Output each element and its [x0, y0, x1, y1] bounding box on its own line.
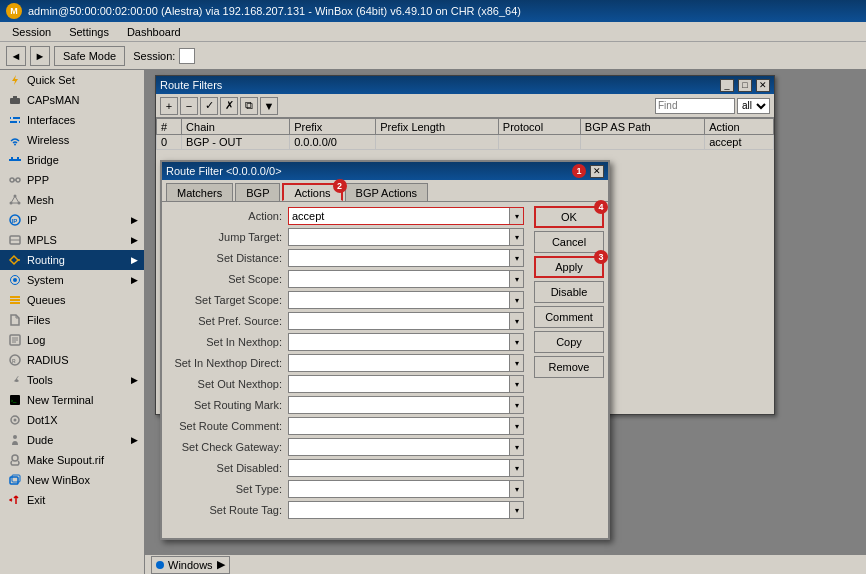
menu-dashboard[interactable]: Dashboard — [119, 25, 189, 39]
sidebar-item-system[interactable]: System ▶ — [0, 270, 144, 290]
set-scope-dropdown-btn[interactable]: ▾ — [509, 271, 523, 287]
label-set-routing-mark: Set Routing Mark: — [168, 399, 288, 411]
tab-bgp[interactable]: BGP — [235, 183, 280, 201]
set-scope-value[interactable] — [289, 271, 509, 287]
set-route-comment-value[interactable] — [289, 418, 509, 434]
sidebar-item-files[interactable]: Files — [0, 310, 144, 330]
sidebar-item-quick-set[interactable]: Quick Set — [0, 70, 144, 90]
col-prefix: Prefix — [290, 119, 376, 135]
sidebar-item-dude[interactable]: Dude ▶ — [0, 430, 144, 450]
svg-point-6 — [17, 121, 19, 123]
jump-target-dropdown-btn[interactable]: ▾ — [509, 229, 523, 245]
remove-button-dialog[interactable]: Remove — [534, 356, 604, 378]
set-pref-source-wrapper: ▾ — [288, 312, 524, 330]
set-out-nexthop-dropdown-btn[interactable]: ▾ — [509, 376, 523, 392]
set-in-nexthop-dropdown-btn[interactable]: ▾ — [509, 334, 523, 350]
dialog-close[interactable]: ✕ — [590, 165, 604, 178]
sidebar-item-ppp[interactable]: PPP — [0, 170, 144, 190]
sidebar-item-bridge[interactable]: Bridge — [0, 150, 144, 170]
sidebar-item-radius[interactable]: R RADIUS — [0, 350, 144, 370]
disable-button[interactable]: Disable — [534, 281, 604, 303]
set-check-gateway-value[interactable] — [289, 439, 509, 455]
menu-session[interactable]: Session — [4, 25, 59, 39]
sidebar-label-radius: RADIUS — [27, 354, 69, 366]
system-arrow: ▶ — [131, 275, 138, 285]
set-target-scope-dropdown-btn[interactable]: ▾ — [509, 292, 523, 308]
set-type-dropdown-btn[interactable]: ▾ — [509, 481, 523, 497]
sidebar-item-new-winbox[interactable]: New WinBox — [0, 470, 144, 490]
sidebar-item-make-supout[interactable]: Make Supout.rif — [0, 450, 144, 470]
sidebar-item-dot1x[interactable]: Dot1X — [0, 410, 144, 430]
form-row-set-route-comment: Set Route Comment: ▾ — [168, 416, 524, 436]
search-input[interactable] — [655, 98, 735, 114]
set-distance-dropdown-btn[interactable]: ▾ — [509, 250, 523, 266]
set-routing-mark-dropdown-btn[interactable]: ▾ — [509, 397, 523, 413]
sidebar-item-exit[interactable]: Exit — [0, 490, 144, 510]
set-in-nexthop-direct-dropdown-btn[interactable]: ▾ — [509, 355, 523, 371]
form-row-set-disabled: Set Disabled: ▾ — [168, 458, 524, 478]
set-route-tag-value[interactable] — [289, 502, 509, 518]
sidebar-item-capsman[interactable]: CAPsMAN — [0, 90, 144, 110]
sidebar-item-ip[interactable]: IP IP ▶ — [0, 210, 144, 230]
set-distance-value[interactable] — [289, 250, 509, 266]
enable-button[interactable]: ✓ — [200, 97, 218, 115]
sidebar-item-routing[interactable]: Routing ▶ — [0, 250, 144, 270]
dialog-title: Route Filter <0.0.0.0/0> — [166, 165, 572, 177]
remove-button[interactable]: − — [180, 97, 198, 115]
table-row[interactable]: 0 BGP - OUT 0.0.0.0/0 accept — [157, 135, 774, 150]
search-scope-select[interactable]: all — [737, 98, 770, 114]
svg-point-40 — [13, 435, 17, 439]
comment-button[interactable]: Comment — [534, 306, 604, 328]
set-out-nexthop-value[interactable] — [289, 376, 509, 392]
session-input[interactable] — [179, 48, 195, 64]
menu-settings[interactable]: Settings — [61, 25, 117, 39]
set-type-value[interactable] — [289, 481, 509, 497]
set-target-scope-value[interactable] — [289, 292, 509, 308]
route-filters-minimize[interactable]: _ — [720, 79, 734, 92]
sidebar-item-log[interactable]: Log — [0, 330, 144, 350]
filter-button[interactable]: ▼ — [260, 97, 278, 115]
back-button[interactable]: ◄ — [6, 46, 26, 66]
sidebar-item-queues[interactable]: Queues — [0, 290, 144, 310]
copy-button[interactable]: ⧉ — [240, 97, 258, 115]
sidebar-item-interfaces[interactable]: Interfaces — [0, 110, 144, 130]
tab-bgp-actions[interactable]: BGP Actions — [345, 183, 429, 201]
svg-point-5 — [11, 117, 13, 119]
menu-bar: Session Settings Dashboard — [0, 22, 866, 42]
tab-matchers[interactable]: Matchers — [166, 183, 233, 201]
sidebar-item-mpls[interactable]: MPLS ▶ — [0, 230, 144, 250]
dialog-tabs: Matchers BGP Actions 2 BGP Actions — [162, 180, 608, 201]
windows-item[interactable]: Windows ▶ — [151, 556, 230, 574]
set-route-comment-dropdown-btn[interactable]: ▾ — [509, 418, 523, 434]
add-button[interactable]: + — [160, 97, 178, 115]
cancel-button[interactable]: Cancel — [534, 231, 604, 253]
set-pref-source-dropdown-btn[interactable]: ▾ — [509, 313, 523, 329]
sidebar-item-new-terminal[interactable]: ›_ New Terminal — [0, 390, 144, 410]
set-check-gateway-dropdown-btn[interactable]: ▾ — [509, 439, 523, 455]
tab-actions[interactable]: Actions 2 — [282, 183, 342, 201]
set-in-nexthop-value[interactable] — [289, 334, 509, 350]
forward-button[interactable]: ► — [30, 46, 50, 66]
set-disabled-value[interactable] — [289, 460, 509, 476]
action-value[interactable]: accept — [289, 208, 509, 224]
copy-button-dialog[interactable]: Copy — [534, 331, 604, 353]
jump-target-value[interactable] — [289, 229, 509, 245]
set-route-tag-dropdown-btn[interactable]: ▾ — [509, 502, 523, 518]
sidebar-item-tools[interactable]: Tools ▶ — [0, 370, 144, 390]
set-disabled-wrapper: ▾ — [288, 459, 524, 477]
action-buttons-panel: OK 4 Cancel Apply 3 Disable Com — [530, 202, 608, 525]
safe-mode-button[interactable]: Safe Mode — [54, 46, 125, 66]
col-prefix-length: Prefix Length — [376, 119, 499, 135]
set-routing-mark-value[interactable] — [289, 397, 509, 413]
set-scope-wrapper: ▾ — [288, 270, 524, 288]
sidebar-item-wireless[interactable]: Wireless — [0, 130, 144, 150]
cell-prefix: 0.0.0.0/0 — [290, 135, 376, 150]
disable-button[interactable]: ✗ — [220, 97, 238, 115]
set-disabled-dropdown-btn[interactable]: ▾ — [509, 460, 523, 476]
set-in-nexthop-direct-value[interactable] — [289, 355, 509, 371]
route-filters-close[interactable]: ✕ — [756, 79, 770, 92]
set-pref-source-value[interactable] — [289, 313, 509, 329]
route-filters-maximize[interactable]: □ — [738, 79, 752, 92]
sidebar-item-mesh[interactable]: Mesh — [0, 190, 144, 210]
action-dropdown-btn[interactable]: ▾ — [509, 208, 523, 224]
